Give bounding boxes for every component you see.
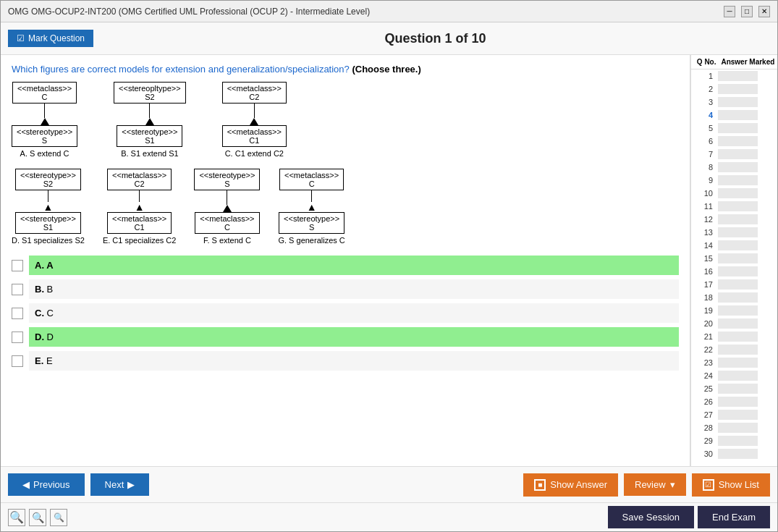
answer-text-E[interactable]: E. E — [29, 351, 679, 371]
sidebar-row-28[interactable]: 28 — [691, 421, 777, 434]
save-session-label: Save Session — [622, 512, 680, 523]
show-answer-button[interactable]: ■ Show Answer — [523, 473, 618, 497]
show-answer-checkbox-icon: ■ — [534, 479, 546, 491]
diagram-B-top: <<stereopltype>>S2 — [114, 82, 186, 104]
next-label: Next — [105, 479, 124, 490]
answer-text-A[interactable]: A. A — [29, 256, 679, 275]
diagram-A: <<metaclass>>C <<stereotype>>S A. S exte… — [12, 82, 77, 158]
zoom-out-button[interactable]: 🔍 — [50, 509, 67, 526]
diagram-F-bottom: <<metaclass>>C — [195, 212, 259, 234]
sidebar-row-13[interactable]: 13 — [691, 226, 777, 239]
sidebar-row-15[interactable]: 15 — [691, 252, 777, 265]
close-button[interactable]: ✕ — [758, 6, 770, 17]
question-suffix: (Choose three.) — [352, 64, 420, 75]
diagram-F-top: <<stereotype>>S — [194, 169, 260, 190]
bookmark-icon: ☑ — [17, 33, 25, 43]
diagrams-row-1: <<metaclass>>C <<stereotype>>S A. S exte… — [12, 82, 679, 158]
window-title: OMG OMG-OCUP2-INT200 (OMG Certified UML … — [8, 7, 370, 17]
sidebar-header-answer: Answer — [720, 58, 748, 66]
sidebar-row-29[interactable]: 29 — [691, 434, 777, 447]
diagram-E-caption: E. C1 specializes C2 — [103, 236, 177, 245]
sidebar-row-18[interactable]: 18 — [691, 291, 777, 304]
zoom-normal-button[interactable]: 🔍 — [29, 509, 46, 526]
sidebar-row-1[interactable]: 1 — [691, 69, 777, 83]
save-session-button[interactable]: Save Session — [608, 506, 695, 528]
answer-checkbox-D[interactable] — [12, 332, 23, 343]
answer-text-C[interactable]: C. C — [29, 303, 679, 323]
sidebar-row-7[interactable]: 7 — [691, 148, 777, 161]
sidebar-row-23[interactable]: 23 — [691, 356, 777, 369]
sidebar-scroll[interactable]: 1 2 3 4 5 6 7 8 9 10 11 12 13 14 15 16 1… — [691, 69, 777, 466]
answer-row-B: B. B — [12, 279, 679, 299]
diagram-G: <<metaclass>>C ▲ <<stereotype>>S G. S ge… — [278, 169, 344, 245]
sidebar-row-17[interactable]: 17 — [691, 278, 777, 291]
next-button[interactable]: Next ▶ — [90, 473, 150, 496]
sidebar-row-6[interactable]: 6 — [691, 135, 777, 148]
sidebar-row-2[interactable]: 2 — [691, 83, 777, 96]
answer-row-A: A. A — [12, 256, 679, 275]
answer-text-D[interactable]: D. D — [29, 327, 679, 347]
end-exam-button[interactable]: End Exam — [698, 506, 770, 528]
zoom-in-button[interactable]: 🔍 — [8, 509, 25, 526]
show-list-label: Show List — [719, 479, 759, 490]
main-window: OMG OMG-OCUP2-INT200 (OMG Certified UML … — [0, 0, 778, 532]
review-dropdown-icon: ▾ — [670, 479, 675, 490]
sidebar-row-14[interactable]: 14 — [691, 239, 777, 252]
sidebar-row-25[interactable]: 25 — [691, 382, 777, 395]
sidebar-header-qno: Q No. — [693, 58, 720, 66]
question-title: Question 1 of 10 — [101, 31, 770, 46]
question-area: Which figures are correct models for ext… — [1, 55, 690, 466]
sidebar-row-20[interactable]: 20 — [691, 317, 777, 330]
answer-row-E: E. E — [12, 351, 679, 371]
sidebar-row-21[interactable]: 21 — [691, 330, 777, 343]
maximize-button[interactable]: □ — [741, 6, 753, 17]
sidebar-header-marked: Marked — [748, 58, 776, 66]
show-answer-label: Show Answer — [550, 479, 607, 490]
sidebar-row-8[interactable]: 8 — [691, 161, 777, 174]
diagram-B: <<stereopltype>>S2 <<stereotype>>S1 B. S… — [114, 82, 186, 158]
diagram-D: <<stereotype>>S2 ▲ <<stereotype>>S1 D. S… — [12, 169, 85, 245]
question-sidebar: Q No. Answer Marked 1 2 3 4 5 6 7 8 9 10… — [690, 55, 777, 466]
answer-checkbox-E[interactable] — [12, 355, 23, 367]
minimize-button[interactable]: ─ — [724, 6, 735, 17]
show-list-button[interactable]: ☑ Show List — [692, 473, 770, 497]
sidebar-row-30[interactable]: 30 — [691, 447, 777, 460]
diagram-A-caption: A. S extend C — [20, 149, 69, 158]
mark-question-button[interactable]: ☑ Mark Question — [8, 30, 93, 47]
answer-checkbox-B[interactable] — [12, 284, 23, 295]
review-button[interactable]: Review ▾ — [624, 473, 686, 496]
show-list-checkbox-icon: ☑ — [703, 479, 714, 491]
sidebar-row-24[interactable]: 24 — [691, 369, 777, 382]
previous-label: Previous — [33, 479, 70, 490]
diagram-F-caption: F. S extend C — [203, 236, 251, 245]
diagram-C: <<metaclass>>C2 <<metaclass>>C1 C. C1 ex… — [222, 82, 287, 158]
sidebar-row-4[interactable]: 4 — [691, 109, 777, 122]
diagrams-row-2: <<stereotype>>S2 ▲ <<stereotype>>S1 D. S… — [12, 169, 679, 245]
diagram-G-bottom: <<stereotype>>S — [279, 212, 344, 234]
sidebar-row-10[interactable]: 10 — [691, 187, 777, 200]
sidebar-row-12[interactable]: 12 — [691, 213, 777, 226]
title-bar: OMG OMG-OCUP2-INT200 (OMG Certified UML … — [1, 1, 777, 22]
sidebar-row-5[interactable]: 5 — [691, 122, 777, 135]
sidebar-row-11[interactable]: 11 — [691, 200, 777, 213]
diagram-D-top: <<stereotype>>S2 — [15, 169, 81, 190]
next-arrow-icon: ▶ — [127, 479, 135, 490]
answer-checkbox-C[interactable] — [12, 308, 23, 319]
answer-text-B[interactable]: B. B — [29, 279, 679, 299]
sidebar-row-9[interactable]: 9 — [691, 174, 777, 187]
diagram-C-bottom: <<metaclass>>C1 — [222, 125, 287, 147]
diagram-D-bottom: <<stereotype>>S1 — [15, 212, 81, 234]
diagram-D-caption: D. S1 specializes S2 — [12, 236, 85, 245]
sidebar-row-26[interactable]: 26 — [691, 395, 777, 408]
sidebar-row-22[interactable]: 22 — [691, 343, 777, 356]
diagram-A-top: <<metaclass>>C — [12, 82, 77, 104]
mark-question-label: Mark Question — [28, 33, 85, 43]
diagram-C-caption: C. C1 extend C2 — [225, 149, 284, 158]
sidebar-row-16[interactable]: 16 — [691, 265, 777, 278]
sidebar-row-19[interactable]: 19 — [691, 304, 777, 317]
sidebar-row-3[interactable]: 3 — [691, 96, 777, 109]
diagram-F: <<stereotype>>S <<metaclass>>C F. S exte… — [194, 169, 260, 245]
previous-button[interactable]: ◀ Previous — [8, 473, 85, 496]
sidebar-row-27[interactable]: 27 — [691, 408, 777, 421]
answer-checkbox-A[interactable] — [12, 260, 23, 271]
